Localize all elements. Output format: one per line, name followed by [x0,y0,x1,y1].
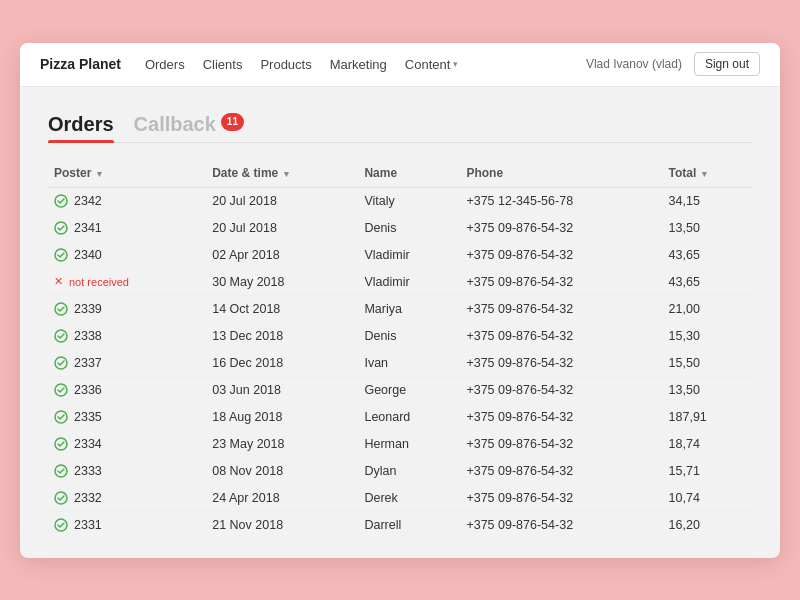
sort-arrow-date: ▾ [284,169,289,179]
cell-total: 18,74 [663,430,752,457]
cell-total: 16,20 [663,511,752,538]
cell-poster: 2332 [48,484,206,511]
cell-poster: 2338 [48,322,206,349]
table-row[interactable]: ✕not received30 May 2018Vladimir+375 09-… [48,268,752,295]
sort-arrow-poster: ▾ [97,169,102,179]
table-row[interactable]: 233308 Nov 2018Dylan+375 09-876-54-3215,… [48,457,752,484]
cell-phone: +375 09-876-54-32 [460,403,662,430]
cell-phone: +375 09-876-54-32 [460,322,662,349]
nav-right: Vlad Ivanov (vlad) Sign out [586,52,760,76]
cell-phone: +375 12-345-56-78 [460,187,662,214]
status-ok-icon [54,248,68,262]
cell-phone: +375 09-876-54-32 [460,241,662,268]
cell-date: 02 Apr 2018 [206,241,358,268]
cell-poster: 2334 [48,430,206,457]
user-name: Vlad Ivanov (vlad) [586,57,682,71]
cell-total: 15,71 [663,457,752,484]
cell-phone: +375 09-876-54-32 [460,430,662,457]
main-content: Orders Callback 11 Poster ▾ Date & time … [20,87,780,558]
cell-poster: 2339 [48,295,206,322]
cell-name: Derek [358,484,460,511]
col-total[interactable]: Total ▾ [663,159,752,188]
sign-out-button[interactable]: Sign out [694,52,760,76]
table-row[interactable]: 233224 Apr 2018Derek+375 09-876-54-3210,… [48,484,752,511]
status-ok-icon [54,221,68,235]
cell-date: 24 Apr 2018 [206,484,358,511]
table-row[interactable]: 234220 Jul 2018Vitaly+375 12-345-56-7834… [48,187,752,214]
status-ok-icon [54,383,68,397]
order-id: 2332 [74,491,102,505]
table-row[interactable]: 233518 Aug 2018Leonard+375 09-876-54-321… [48,403,752,430]
order-id: 2336 [74,383,102,397]
order-id: 2335 [74,410,102,424]
cell-name: Leonard [358,403,460,430]
cell-phone: +375 09-876-54-32 [460,349,662,376]
cell-date: 20 Jul 2018 [206,214,358,241]
cell-name: Herman [358,430,460,457]
col-poster[interactable]: Poster ▾ [48,159,206,188]
status-ok-icon [54,491,68,505]
nav-products[interactable]: Products [260,57,311,72]
callback-badge: 11 [221,113,244,131]
table-row[interactable]: 233914 Oct 2018Mariya+375 09-876-54-3221… [48,295,752,322]
status-ok-icon [54,518,68,532]
nav-bar: Pizza Planet Orders Clients Products Mar… [20,43,780,87]
cell-date: 20 Jul 2018 [206,187,358,214]
cell-total: 21,00 [663,295,752,322]
order-id: 2340 [74,248,102,262]
cell-name: Mariya [358,295,460,322]
cell-name: Denis [358,322,460,349]
cell-date: 03 Jun 2018 [206,376,358,403]
nav-clients[interactable]: Clients [203,57,243,72]
cell-total: 43,65 [663,268,752,295]
status-ok-icon [54,329,68,343]
cell-poster: 2335 [48,403,206,430]
cell-total: 43,65 [663,241,752,268]
order-id: 2341 [74,221,102,235]
cell-total: 187,91 [663,403,752,430]
tab-callback[interactable]: Callback 11 [134,107,244,142]
order-id: 2342 [74,194,102,208]
order-id: 2331 [74,518,102,532]
cell-name: Vladimir [358,268,460,295]
order-id: 2338 [74,329,102,343]
cell-total: 13,50 [663,376,752,403]
cell-name: Darrell [358,511,460,538]
col-date[interactable]: Date & time ▾ [206,159,358,188]
table-row[interactable]: 233716 Dec 2018Ivan+375 09-876-54-3215,5… [48,349,752,376]
cell-date: 08 Nov 2018 [206,457,358,484]
cell-date: 30 May 2018 [206,268,358,295]
cell-phone: +375 09-876-54-32 [460,484,662,511]
cell-total: 13,50 [663,214,752,241]
cell-date: 16 Dec 2018 [206,349,358,376]
cell-poster: 2336 [48,376,206,403]
app-container: Pizza Planet Orders Clients Products Mar… [20,43,780,558]
table-row[interactable]: 233423 May 2018Herman+375 09-876-54-3218… [48,430,752,457]
nav-links: Orders Clients Products Marketing Conten… [145,57,586,72]
nav-orders[interactable]: Orders [145,57,185,72]
cell-date: 21 Nov 2018 [206,511,358,538]
cell-name: Vitaly [358,187,460,214]
cell-poster: 2340 [48,241,206,268]
cell-date: 13 Dec 2018 [206,322,358,349]
table-row[interactable]: 233603 Jun 2018George+375 09-876-54-3213… [48,376,752,403]
cell-name: Dylan [358,457,460,484]
cell-poster: 2341 [48,214,206,241]
table-row[interactable]: 233121 Nov 2018Darrell+375 09-876-54-321… [48,511,752,538]
brand-logo: Pizza Planet [40,56,121,72]
tabs: Orders Callback 11 [48,107,752,143]
nav-content[interactable]: Content ▾ [405,57,459,72]
cell-name: George [358,376,460,403]
cell-poster: 2337 [48,349,206,376]
table-header-row: Poster ▾ Date & time ▾ Name Phone Total … [48,159,752,188]
nav-marketing[interactable]: Marketing [330,57,387,72]
cell-date: 23 May 2018 [206,430,358,457]
cell-phone: +375 09-876-54-32 [460,457,662,484]
cell-phone: +375 09-876-54-32 [460,376,662,403]
cell-phone: +375 09-876-54-32 [460,511,662,538]
tab-orders[interactable]: Orders [48,107,114,142]
table-row[interactable]: 234120 Jul 2018Denis+375 09-876-54-3213,… [48,214,752,241]
table-row[interactable]: 234002 Apr 2018Vladimir+375 09-876-54-32… [48,241,752,268]
cell-poster: 2333 [48,457,206,484]
table-row[interactable]: 233813 Dec 2018Denis+375 09-876-54-3215,… [48,322,752,349]
